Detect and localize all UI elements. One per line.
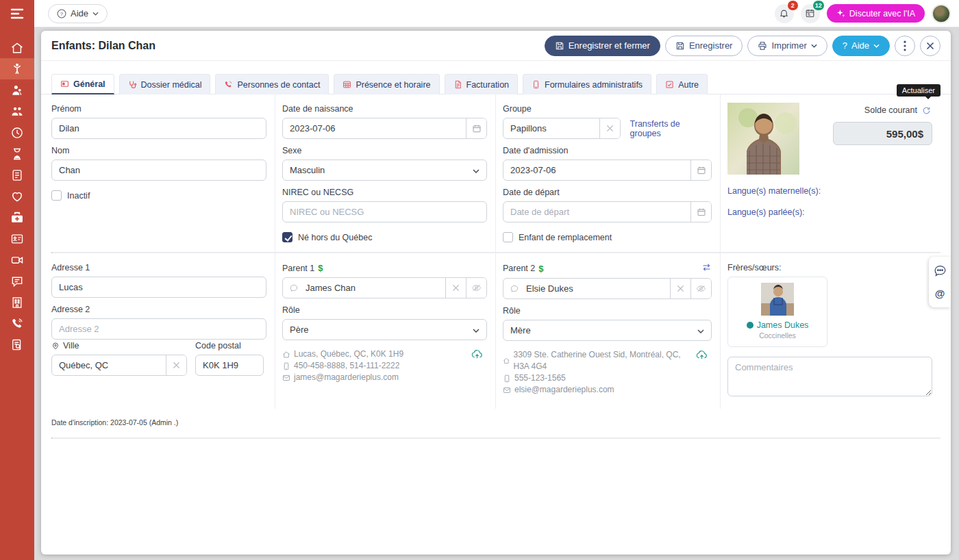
parent2-clear-button[interactable]: [670, 279, 690, 298]
parent1-role-select[interactable]: Père: [282, 319, 487, 340]
parent2-role-select[interactable]: Mère: [503, 320, 712, 341]
sparkle-icon: [836, 9, 845, 18]
sidebar-item-first-aid[interactable]: [0, 207, 34, 228]
refresh-balance-button[interactable]: [922, 106, 931, 115]
close-button[interactable]: [920, 36, 941, 56]
date-admission-input[interactable]: [503, 160, 690, 180]
sidebar-item-messages[interactable]: [0, 270, 34, 292]
help-button[interactable]: ? Aide: [832, 36, 890, 56]
date-depart-input[interactable]: [503, 202, 690, 222]
parent2-name-input[interactable]: [519, 279, 670, 298]
parent2-payer-icon[interactable]: $: [538, 264, 543, 274]
sidebar-item-facility[interactable]: [0, 292, 34, 313]
groupe-input[interactable]: [503, 118, 599, 138]
sidebar-item-billing[interactable]: [0, 164, 34, 186]
user-avatar[interactable]: [932, 4, 951, 23]
comment-bubble-icon[interactable]: [503, 279, 519, 298]
date-depart-group: [503, 201, 712, 222]
sexe-select[interactable]: Masculin: [282, 160, 487, 181]
ville-clear-button[interactable]: [166, 355, 186, 375]
ville-input[interactable]: [52, 355, 166, 375]
home-icon: [282, 351, 290, 359]
parent1-upload-icon[interactable]: [471, 349, 483, 363]
envelope-icon: [282, 374, 290, 382]
date-naissance-calendar-button[interactable]: [466, 118, 486, 138]
solde-courant-label: Solde courant: [864, 105, 917, 115]
sidebar-item-educators[interactable]: [0, 79, 34, 101]
code-postal-input[interactable]: [196, 355, 263, 375]
help-label: Aide: [851, 40, 869, 51]
menu-toggle-button[interactable]: [0, 0, 34, 27]
parent1-view-button[interactable]: [466, 278, 486, 298]
global-help-button[interactable]: ? Aide: [48, 4, 108, 23]
sibling-link[interactable]: James Dukes: [732, 320, 823, 330]
comment-bubble-icon[interactable]: [283, 278, 299, 298]
tab-admin-forms[interactable]: Formulaires administratifs: [523, 74, 651, 94]
bell-icon: [779, 8, 789, 18]
tab-other[interactable]: Autre: [656, 74, 708, 94]
date-naissance-input[interactable]: [283, 118, 466, 138]
sidebar-item-contact-cards[interactable]: [0, 228, 34, 249]
swap-parents-button[interactable]: [701, 263, 712, 274]
inactif-checkbox-row[interactable]: Inactif: [51, 190, 266, 201]
sibling-photo[interactable]: [761, 283, 794, 316]
save-and-close-button[interactable]: Enregistrer et fermer: [545, 36, 660, 56]
groupe-clear-button[interactable]: [599, 118, 620, 138]
commentaires-textarea[interactable]: [727, 357, 932, 396]
sidebar-item-groups[interactable]: [0, 101, 34, 122]
sidebar-item-home[interactable]: [0, 37, 34, 58]
groupe-group: [503, 118, 621, 139]
sidebar-item-reports[interactable]: [0, 334, 34, 355]
tab-attendance-schedule[interactable]: Présence et horaire: [334, 74, 439, 94]
chat-bubble-button[interactable]: [934, 265, 947, 277]
prenom-input[interactable]: [52, 118, 266, 138]
tab-medical-record[interactable]: Dossier médical: [119, 74, 211, 94]
adresse2-input[interactable]: [52, 319, 266, 339]
enfant-remplacement-checkbox[interactable]: [503, 232, 513, 242]
nom-input[interactable]: [52, 160, 266, 180]
parent2-view-button[interactable]: [690, 279, 711, 298]
parent1-name-input[interactable]: [299, 278, 445, 298]
general-tab-icon: [60, 79, 69, 88]
more-options-button[interactable]: [895, 36, 915, 56]
enfant-remplacement-label: Enfant de remplacement: [519, 233, 612, 242]
langue-maternelle-label[interactable]: Langue(s) maternelle(s):: [727, 186, 932, 196]
save-button[interactable]: Enregistrer: [665, 36, 743, 56]
notifications-button[interactable]: 2: [775, 4, 794, 23]
nirec-input[interactable]: [283, 202, 486, 222]
sibling-photo-image: [761, 283, 794, 316]
inactif-checkbox[interactable]: [51, 190, 62, 201]
chat-icon: [10, 275, 24, 288]
calendar-notifications-button[interactable]: 12: [801, 4, 820, 23]
sidebar-item-calls[interactable]: [0, 313, 34, 334]
date-admission-calendar-button[interactable]: [690, 160, 711, 180]
tab-contact-persons[interactable]: Personnes de contact: [215, 74, 329, 94]
chat-with-ai-button[interactable]: Discuter avec l'IA: [827, 4, 925, 23]
child-record-window: Enfants: Dilan Chan Enregistrer et ferme…: [41, 31, 951, 555]
parent1-clear-button[interactable]: [445, 278, 466, 298]
parent2-upload-icon[interactable]: [696, 350, 708, 364]
child-photo[interactable]: [727, 103, 799, 175]
enfant-remplacement-row[interactable]: Enfant de remplacement: [503, 232, 712, 242]
save-label: Enregistrer: [689, 40, 733, 51]
sidebar-item-health[interactable]: [0, 186, 34, 207]
identity-col-4: Actualiser Solde courant 595,00$ Langue(…: [720, 94, 941, 252]
adresse1-input[interactable]: [52, 277, 266, 297]
date-depart-calendar-button[interactable]: [690, 202, 711, 222]
refresh-icon: [922, 106, 931, 115]
sidebar-item-cameras[interactable]: [0, 249, 34, 270]
sidebar-item-waiting-list[interactable]: [0, 143, 34, 164]
ne-hors-quebec-row[interactable]: Né hors du Québec: [282, 232, 487, 242]
sidebar-item-children[interactable]: [0, 58, 34, 79]
ne-hors-quebec-checkbox[interactable]: [282, 232, 292, 242]
calendar-icon: [697, 166, 706, 175]
sidebar-item-attendance[interactable]: [0, 122, 34, 143]
tab-general[interactable]: Général: [51, 74, 114, 94]
parent1-payer-icon[interactable]: $: [318, 263, 323, 273]
langue-parlee-label[interactable]: Langue(s) parlée(s):: [727, 207, 932, 217]
parent1-email: james@magarderieplus.com: [294, 372, 399, 383]
transferts-groupes-link[interactable]: Transferts de groupes: [630, 119, 712, 138]
mention-button[interactable]: @: [935, 288, 945, 299]
tab-billing[interactable]: Facturation: [445, 74, 519, 94]
print-button[interactable]: Imprimer: [747, 36, 827, 56]
